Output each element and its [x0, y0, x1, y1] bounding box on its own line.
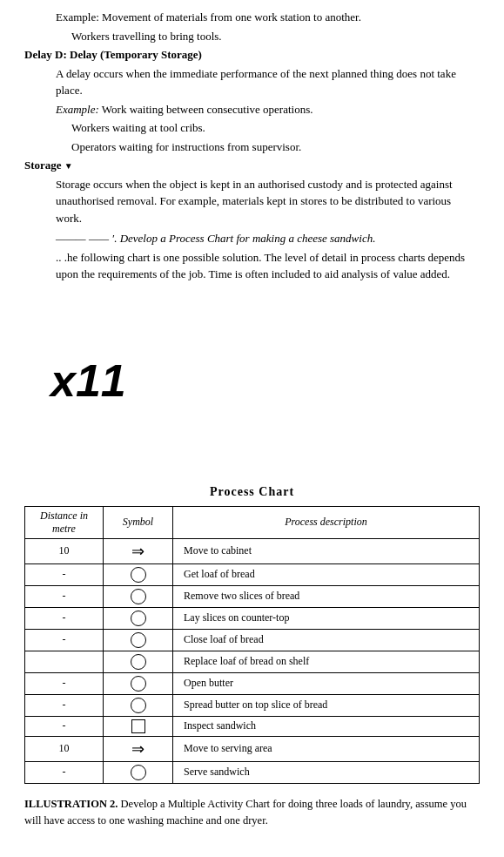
example1-text: Example: Movement of materials from one … — [24, 9, 480, 26]
circle-icon — [131, 698, 146, 713]
example2-label: Example: Work waiting between consecutiv… — [24, 101, 480, 118]
delay-body: A delay occurs when the immediate perfor… — [24, 65, 480, 99]
table-row-distance-6: - — [25, 672, 104, 694]
dashes-text: ——— —— ′. Develop a Process Chart for ma… — [24, 230, 480, 247]
table-row-description-2: Remove two slices of bread — [173, 585, 480, 607]
table-row-description-5: Replace loaf of bread on shelf — [173, 651, 480, 672]
chart-section: Process Chart Distance in metre Symbol P… — [24, 485, 480, 784]
table-row-symbol-5 — [104, 651, 173, 672]
chart-title: Process Chart — [24, 485, 480, 499]
example2b-text: Workers waiting at tool cribs. — [24, 119, 480, 137]
table-row-symbol-6 — [104, 672, 173, 694]
circle-icon — [131, 567, 146, 583]
table-row-symbol-4 — [104, 629, 173, 651]
following-text: .. .he following chart is one possible s… — [24, 249, 480, 283]
table-row-distance-5 — [25, 651, 104, 672]
table-row-symbol-3 — [104, 607, 173, 629]
table-row-symbol-8 — [104, 716, 173, 736]
table-row-description-9: Move to serving area — [173, 736, 480, 761]
table-row-symbol-1 — [104, 563, 173, 585]
arrow-icon: ⇒ — [131, 739, 144, 759]
arrow-icon: ⇒ — [131, 542, 144, 561]
table-row-distance-9: 10 — [25, 736, 104, 761]
table-row-distance-3: - — [25, 607, 104, 629]
storage-heading: Storage ▼ — [24, 157, 480, 174]
table-row-distance-2: - — [25, 585, 104, 607]
example2c-text: Operators waiting for instructions from … — [24, 138, 480, 156]
page-top: Example: Movement of materials from one … — [24, 9, 480, 44]
table-row-distance-4: - — [25, 629, 104, 651]
table-row-description-7: Spread butter on top slice of bread — [173, 694, 480, 716]
circle-icon — [131, 611, 146, 626]
table-row-description-0: Move to cabinet — [173, 538, 480, 563]
col-description: Process description — [173, 506, 480, 538]
circle-icon — [131, 676, 146, 692]
circle-icon — [131, 654, 146, 670]
table-row-description-8: Inspect sandwich — [173, 716, 480, 736]
table-row-distance-1: - — [25, 563, 104, 585]
table-row-distance-8: - — [25, 716, 104, 736]
table-row-symbol-10 — [104, 761, 173, 783]
example1b-text: Workers travelling to bring tools. — [24, 28, 480, 45]
table-row-distance-10: - — [25, 761, 104, 783]
table-row-distance-7: - — [25, 694, 104, 716]
illustration-label: ILLUSTRATION 2. — [24, 798, 118, 810]
table-row-description-4: Close loaf of bread — [173, 629, 480, 651]
circle-icon — [131, 632, 146, 648]
table-row-description-3: Lay slices on counter-top — [173, 607, 480, 629]
circle-icon — [131, 589, 146, 604]
delay-heading: Delay D: Delay (Temporary Storage) — [24, 46, 480, 64]
circle-icon — [131, 765, 146, 780]
square-icon — [131, 719, 145, 733]
storage-body: Storage occurs when the object is kept i… — [24, 176, 480, 227]
process-chart: Distance in metre Symbol Process descrip… — [24, 506, 480, 784]
table-row-description-6: Open butter — [173, 672, 480, 694]
table-row-symbol-9: ⇒ — [104, 736, 173, 761]
table-row-symbol-7 — [104, 694, 173, 716]
table-row-symbol-2 — [104, 585, 173, 607]
table-row-distance-0: 10 — [25, 538, 104, 563]
col-symbol: Symbol — [104, 506, 173, 538]
table-row-symbol-0: ⇒ — [104, 538, 173, 563]
illustration: ILLUSTRATION 2. Develop a Multiple Activ… — [24, 796, 480, 829]
col-distance: Distance in metre — [25, 506, 104, 538]
table-row-description-10: Serve sandwich — [173, 761, 480, 783]
x11-section: x11 — [24, 285, 480, 476]
x11-label: x11 — [50, 354, 126, 407]
table-row-description-1: Get loaf of bread — [173, 563, 480, 585]
